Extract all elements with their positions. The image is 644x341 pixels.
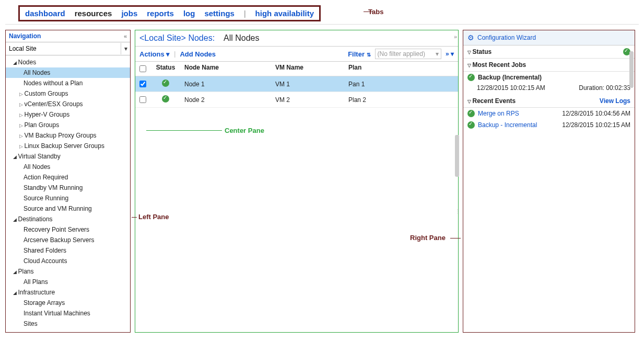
status-ok-icon <box>467 74 475 81</box>
nav-item[interactable]: Infrastructure <box>6 287 130 298</box>
event-link[interactable]: Merge on RPS <box>478 110 559 117</box>
cell-vm: VM 2 <box>275 96 348 104</box>
col-status[interactable]: Status <box>150 64 181 74</box>
center-pane: <Local Site> Nodes: All Nodes Actions ▾ … <box>135 30 459 333</box>
row-checkbox[interactable] <box>139 81 146 87</box>
col-node[interactable]: Node Name <box>181 64 275 74</box>
center-scrollbar[interactable] <box>455 135 459 177</box>
annotation-right: Right Pane <box>410 234 446 242</box>
nav-item[interactable]: VM Backup Proxy Groups <box>6 130 130 141</box>
config-wizard-row[interactable]: ⚙ Configuration Wizard <box>463 30 635 46</box>
nav-tree: NodesAll NodesNodes without a PlanCustom… <box>6 55 130 332</box>
view-logs-link[interactable]: View Logs <box>600 97 630 105</box>
nav-item[interactable]: Plan Groups <box>6 120 130 130</box>
tab-resources[interactable]: resources <box>75 9 112 18</box>
event-link[interactable]: Backup - Incremental <box>478 121 559 129</box>
nav-item[interactable]: Action Required <box>6 172 130 183</box>
status-ok-icon <box>467 110 475 117</box>
grid-header: Status Node Name VM Name Plan <box>135 62 458 76</box>
splitter-handle[interactable]: ⋮ <box>455 208 460 214</box>
cell-vm: VM 1 <box>275 81 348 88</box>
nav-item[interactable]: Storage Arrays <box>6 298 130 308</box>
right-scrollbar[interactable] <box>629 51 634 88</box>
nav-item[interactable]: All Plans <box>6 277 130 287</box>
status-ok-icon <box>162 95 169 103</box>
nav-item[interactable]: Arcserve Backup Servers <box>6 235 130 245</box>
status-ok-icon <box>467 121 475 129</box>
nav-item[interactable]: Plans <box>6 266 130 277</box>
table-row[interactable]: Node 2VM 2Plan 2 <box>135 92 458 108</box>
event-row: Backup - Incremental12/28/2015 10:02:15 … <box>463 119 635 131</box>
nav-item[interactable]: All Nodes <box>6 67 130 78</box>
nav-item[interactable]: Cloud Accounts <box>6 256 130 266</box>
nav-item[interactable]: Source and VM Running <box>6 203 130 214</box>
left-pane: Navigation « ▾ NodesAll NodesNodes witho… <box>5 30 131 333</box>
select-all-checkbox[interactable] <box>139 65 146 72</box>
nav-item[interactable]: Custom Groups <box>6 88 130 99</box>
col-plan[interactable]: Plan <box>348 64 442 74</box>
annotation-tabs: Tabs <box>368 8 383 16</box>
nav-item[interactable]: Standby VM Running <box>6 183 130 193</box>
filter-select[interactable]: (No filter applied)▾ <box>375 49 441 59</box>
cell-node: Node 2 <box>181 96 275 104</box>
more-button[interactable]: » ▾ <box>446 50 454 58</box>
nav-item[interactable]: Instant Virtual Machines <box>6 308 130 319</box>
tab-dashboard[interactable]: dashboard <box>25 9 65 18</box>
center-title: <Local Site> Nodes: All Nodes <box>135 30 458 46</box>
nav-item[interactable]: Recovery Point Servers <box>6 224 130 235</box>
status-section[interactable]: Status <box>473 48 492 55</box>
table-row[interactable]: Node 1VM 1Pan 1 <box>135 76 458 92</box>
job-time: 12/28/2015 10:02:15 AM <box>477 84 545 92</box>
annotation-left: Left Pane <box>138 213 169 221</box>
event-time: 12/28/2015 10:04:56 AM <box>562 110 630 117</box>
collapse-left-icon[interactable]: « <box>124 33 127 39</box>
nav-item[interactable]: Destinations <box>6 214 130 224</box>
tab-high-availability[interactable]: high availability <box>255 9 314 18</box>
status-ok-icon <box>162 79 169 87</box>
cell-plan: Plan 2 <box>348 96 442 104</box>
actions-menu[interactable]: Actions ▾ <box>139 50 170 58</box>
cell-plan: Pan 1 <box>348 81 442 88</box>
filter-menu[interactable]: Filter ⇅ <box>348 50 370 58</box>
right-pane: » ⚙ Configuration Wizard Status Most Rec… <box>463 30 635 333</box>
tab-reports[interactable]: reports <box>147 9 174 18</box>
nav-item[interactable]: Virtual Standby <box>6 151 130 162</box>
jobs-section[interactable]: Most Recent Jobs <box>473 61 526 69</box>
nav-item[interactable]: Linux Backup Server Groups <box>6 141 130 151</box>
nav-title: Navigation <box>9 32 41 40</box>
event-time: 12/28/2015 10:02:15 AM <box>562 121 630 129</box>
site-dropdown-icon[interactable]: ▾ <box>121 43 130 54</box>
tabs-bar: dashboardresourcesjobsreportslogsettings… <box>18 5 321 21</box>
tab-jobs[interactable]: jobs <box>121 9 137 18</box>
nav-item[interactable]: Hyper-V Groups <box>6 109 130 120</box>
tab-settings[interactable]: settings <box>204 9 235 18</box>
col-vm[interactable]: VM Name <box>275 64 348 74</box>
job-name: Backup (Incremental) <box>478 74 630 81</box>
cell-node: Node 1 <box>181 81 275 88</box>
site-input[interactable] <box>6 42 121 55</box>
nav-item[interactable]: Shared Folders <box>6 245 130 256</box>
gear-icon: ⚙ <box>467 33 474 42</box>
nav-item[interactable]: Nodes <box>6 57 130 67</box>
event-row: Merge on RPS12/28/2015 10:04:56 AM <box>463 108 635 119</box>
nav-item[interactable]: Source Running <box>6 193 130 203</box>
add-nodes-button[interactable]: Add Nodes <box>180 50 216 58</box>
events-section[interactable]: Recent Events <box>473 97 516 105</box>
tab-log[interactable]: log <box>183 9 195 18</box>
nav-item[interactable]: All Nodes <box>6 162 130 172</box>
row-checkbox[interactable] <box>139 96 146 103</box>
expand-right-icon[interactable]: » <box>454 33 457 40</box>
nav-item[interactable]: vCenter/ESX Groups <box>6 99 130 109</box>
annotation-center: Center Pane <box>225 127 264 134</box>
nav-item[interactable]: Nodes without a Plan <box>6 78 130 88</box>
nav-item[interactable]: Sites <box>6 319 130 329</box>
